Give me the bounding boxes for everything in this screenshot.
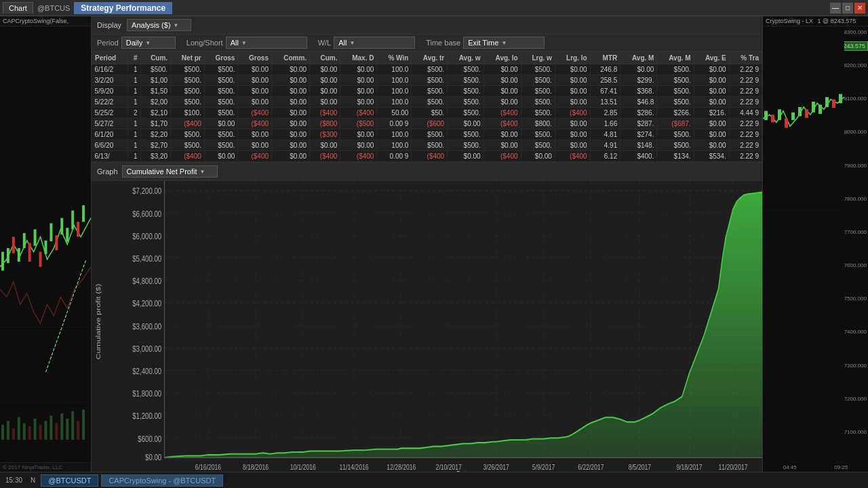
svg-rect-109 (805, 109, 808, 117)
longshort-label: Long/Short (186, 39, 223, 47)
table-header-cell[interactable]: Avg. M (657, 52, 694, 64)
table-row[interactable]: 6/16/21$500.$500.$500.$0.00$0.00$0.00$0.… (92, 64, 762, 75)
svg-rect-25 (18, 417, 20, 439)
display-dropdown[interactable]: Analysis ($) (127, 19, 191, 31)
table-cell: 1.66 (590, 119, 620, 129)
table-row[interactable]: 5/9/201$1,50$500.$500.$0.00$0.00$0.00$0.… (92, 86, 762, 97)
chart-tab[interactable]: Chart (3, 2, 33, 14)
table-header-cell[interactable]: % Tra (729, 52, 762, 64)
table-cell: $0.00 (555, 129, 590, 140)
table-header-cell[interactable]: Avg. E (694, 52, 729, 64)
table-header-cell[interactable]: Comm. (272, 52, 310, 64)
table-cell: $2,00 (140, 97, 171, 108)
btcusdt-button[interactable]: @BTCUSDT (41, 474, 98, 487)
table-cell: 0.00 9 (377, 119, 412, 129)
svg-text:Cumulative profit ($): Cumulative profit ($) (94, 283, 101, 359)
pair-label: @BTCUS (37, 4, 70, 12)
table-cell: 5/9/20 (92, 86, 128, 97)
svg-rect-18 (66, 228, 68, 242)
taskbar: 15:30 N @BTCUSDT CAPCryptoSwing - @BTCUS… (0, 472, 868, 488)
table-header-cell[interactable]: Avg. lo (484, 52, 521, 64)
table-cell: $0.00 (272, 86, 310, 97)
table-cell: $500. (448, 129, 484, 140)
period-dropdown[interactable]: Daily (121, 37, 176, 49)
time-label-1: 04:45 (783, 464, 797, 470)
table-header-cell[interactable]: MTR (590, 52, 620, 64)
table-cell: $500. (657, 97, 694, 108)
table-header-cell[interactable]: # (127, 52, 140, 64)
table-cell: $0.00 (521, 151, 555, 162)
close-button[interactable]: ✕ (854, 3, 865, 14)
table-row[interactable]: 5/27/21$1,70($400$0.00($400$0.00($800($5… (92, 119, 762, 129)
svg-rect-31 (50, 415, 52, 439)
table-cell: $0.00 (272, 129, 310, 140)
svg-rect-35 (71, 411, 74, 440)
table-cell: ($300 (310, 129, 340, 140)
strategy-table-area[interactable]: Period#Cum.Net prGrossGrossComm.Cum.Max.… (92, 52, 762, 162)
table-header-cell[interactable]: Cum. (310, 52, 340, 64)
table-row[interactable]: 5/22/21$2,00$500.$500.$0.00$0.00$0.00$0.… (92, 97, 762, 108)
svg-rect-113 (832, 100, 835, 108)
table-cell: $500. (448, 86, 484, 97)
table-cell: $0.00 (238, 140, 272, 151)
table-cell: $0.00 (204, 151, 238, 162)
svg-rect-108 (798, 107, 802, 117)
time-label-2: 09:25 (834, 464, 848, 470)
table-cell: 2.22 9 (729, 119, 762, 129)
table-header-cell[interactable]: Avg. M (620, 52, 657, 64)
table-cell: 0.00 9 (377, 151, 412, 162)
taskbar-n: N (31, 476, 35, 484)
table-header-cell[interactable]: Avg. w (448, 52, 484, 64)
table-cell: $500. (521, 86, 555, 97)
wl-group: W/L All (318, 37, 416, 49)
svg-text:$4,200.00: $4,200.00 (132, 299, 161, 308)
price-level-13: 7100.000 (844, 429, 867, 435)
table-cell: ($400 (412, 151, 448, 162)
profit-chart-container: $7,200.00 $6,600.00 $6,000.00 $5,400.00 … (92, 181, 762, 472)
graph-dropdown[interactable]: Cumulative Net Profit (122, 165, 218, 178)
table-cell: $500. (412, 97, 448, 108)
table-cell: 3/2/20 (92, 75, 128, 86)
wl-dropdown[interactable]: All (334, 37, 415, 49)
table-cell: 2.22 9 (729, 151, 762, 162)
longshort-dropdown[interactable]: All (226, 37, 307, 49)
table-row[interactable]: 6/13/1$3,20($400$0.00($400$0.00($400($40… (92, 151, 762, 162)
table-row[interactable]: 6/1/201$2,20$500.$500.$0.00$0.00($300$0.… (92, 129, 762, 140)
capcrypto-button[interactable]: CAPCryptoSwing - @BTCUSDT (101, 474, 223, 487)
table-cell: $0.00 (238, 75, 272, 86)
table-row[interactable]: 5/25/22$2,10$100.$500.($400$0.00($400($4… (92, 108, 762, 119)
timebase-label: Time base (426, 39, 460, 47)
table-cell: $0.00 (484, 86, 521, 97)
table-row[interactable]: 6/6/201$2,70$500.$500.$0.00$0.00$0.00$0.… (92, 140, 762, 151)
table-cell: 2.22 9 (729, 86, 762, 97)
table-cell: ($687. (657, 119, 694, 129)
table-cell: $0.00 (620, 64, 657, 75)
table-header-cell[interactable]: Net pr (171, 52, 205, 64)
table-header-cell[interactable]: % Win (377, 52, 412, 64)
table-header-cell[interactable]: Lrg. w (521, 52, 555, 64)
copyright: © 2017 NinjaTrader, LLC (0, 462, 91, 472)
svg-text:9/18/2017: 9/18/2017 (676, 463, 703, 471)
center-panel: Display Analysis ($) Period Daily Long/S… (92, 16, 763, 472)
table-header-cell[interactable]: Lrg. lo (555, 52, 590, 64)
table-cell: $500. (521, 64, 555, 75)
table-cell: $0.00 (694, 97, 729, 108)
table-cell: $500. (171, 86, 205, 97)
table-row[interactable]: 3/2/201$1,00$500.$500.$0.00$0.00$0.00$0.… (92, 75, 762, 86)
right-chart-header: CryptoSwing - LX 1 @ 8243.575 (763, 16, 868, 26)
table-cell: $0.00 (310, 97, 340, 108)
maximize-button[interactable]: □ (842, 3, 853, 14)
table-cell: $500. (412, 86, 448, 97)
table-cell: ($500 (340, 119, 377, 129)
timebase-dropdown[interactable]: Exit Time (463, 37, 545, 49)
price-level-8: 7600.000 (844, 262, 867, 268)
table-header-cell[interactable]: Gross (238, 52, 272, 64)
table-header-cell[interactable]: Cum. (140, 52, 171, 64)
table-header-cell[interactable]: Max. D (340, 52, 377, 64)
minimize-button[interactable]: — (830, 3, 841, 14)
table-cell: $500. (448, 75, 484, 86)
table-cell: $500. (657, 129, 694, 140)
table-header-cell[interactable]: Period (92, 52, 128, 64)
table-header-cell[interactable]: Avg. tr (412, 52, 448, 64)
table-header-cell[interactable]: Gross (204, 52, 238, 64)
